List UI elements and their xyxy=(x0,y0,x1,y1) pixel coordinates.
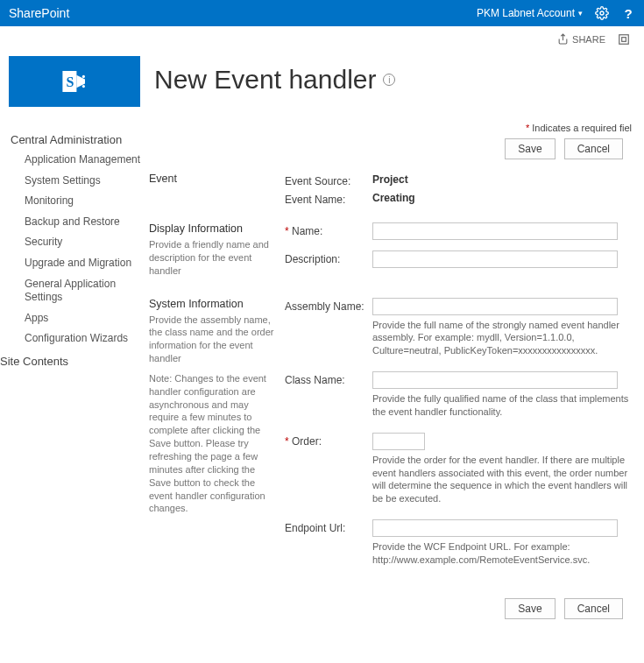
class-input[interactable] xyxy=(372,371,618,389)
nav-item-security[interactable]: Security xyxy=(11,232,149,253)
event-source-label: Event Source: xyxy=(285,173,372,187)
assembly-label: Assembly Name: xyxy=(285,298,372,313)
nav-item-apps[interactable]: Apps xyxy=(11,308,149,329)
gear-icon[interactable] xyxy=(595,6,609,20)
endpoint-label: Endpoint Url: xyxy=(285,519,372,534)
chevron-down-icon: ▾ xyxy=(578,9,583,18)
help-icon[interactable]: ? xyxy=(621,6,635,20)
nav-item-monitoring[interactable]: Monitoring xyxy=(11,191,149,212)
main-content: * Indicates a required fiel Save Cancel … xyxy=(149,123,639,658)
cancel-button-top[interactable]: Cancel xyxy=(564,138,623,159)
event-source-value: Project xyxy=(372,173,408,186)
section-system-desc2: Note: Changes to the event handler confi… xyxy=(149,372,276,515)
share-button[interactable]: SHARE xyxy=(557,33,605,45)
description-input[interactable] xyxy=(372,250,618,268)
event-name-value: Creating xyxy=(372,192,415,204)
class-hint: Provide the fully qualified name of the … xyxy=(372,392,632,419)
nav-item-upgrade-migration[interactable]: Upgrade and Migration xyxy=(11,253,149,274)
section-system: System Information Provide the assembly … xyxy=(149,297,632,593)
order-hint: Provide the order for the event handler.… xyxy=(372,454,632,505)
left-nav: Central Administration Application Manag… xyxy=(0,123,149,658)
focus-button[interactable] xyxy=(618,33,630,46)
order-input[interactable] xyxy=(372,433,425,450)
save-button-bottom[interactable]: Save xyxy=(505,598,555,619)
section-display-desc: Provide a friendly name and description … xyxy=(149,238,276,278)
section-system-desc1: Provide the assembly name, the class nam… xyxy=(149,314,276,365)
ribbon: SHARE xyxy=(0,26,644,53)
section-event: Event Event Source: Project Event Name: … xyxy=(149,172,632,222)
required-star-icon: * xyxy=(526,123,529,133)
assembly-input[interactable] xyxy=(372,298,618,315)
svg-rect-3 xyxy=(622,37,626,41)
account-menu[interactable]: PKM Labnet Account ▾ xyxy=(477,7,583,19)
event-name-label: Event Name: xyxy=(285,191,372,206)
suite-bar: SharePoint PKM Labnet Account ▾ ? xyxy=(0,0,644,26)
share-icon xyxy=(557,33,569,45)
nav-item-general-app-settings[interactable]: General Application Settings xyxy=(11,274,149,308)
required-star-icon: * xyxy=(285,435,289,448)
cancel-button-bottom[interactable]: Cancel xyxy=(564,598,623,619)
section-display-title: Display Information xyxy=(149,222,276,235)
name-input[interactable] xyxy=(372,222,618,240)
nav-header-central-admin[interactable]: Central Administration xyxy=(11,133,149,146)
section-display: Display Information Provide a friendly n… xyxy=(149,222,632,297)
svg-point-0 xyxy=(600,11,604,15)
nav-item-backup-restore[interactable]: Backup and Restore xyxy=(11,212,149,233)
order-label: * Order: xyxy=(285,433,372,448)
endpoint-input[interactable] xyxy=(372,519,618,537)
focus-icon xyxy=(618,33,630,46)
endpoint-hint: Provide the WCF Endpoint URL. For exampl… xyxy=(372,540,632,567)
class-label: Class Name: xyxy=(285,371,372,386)
nav-item-system-settings[interactable]: System Settings xyxy=(11,171,149,192)
section-event-title: Event xyxy=(149,173,276,185)
account-label: PKM Labnet Account xyxy=(477,7,575,19)
nav-item-app-mgmt[interactable]: Application Management xyxy=(11,150,149,171)
nav-site-contents[interactable]: Site Contents xyxy=(0,355,149,368)
brand: SharePoint xyxy=(9,6,69,20)
name-label: * Name: xyxy=(285,222,372,237)
nav-item-config-wizards[interactable]: Configuration Wizards xyxy=(11,328,149,349)
section-system-title: System Information xyxy=(149,298,276,310)
share-label: SHARE xyxy=(572,34,605,45)
required-note: * Indicates a required fiel xyxy=(149,123,632,133)
assembly-hint: Provide the full name of the strongly na… xyxy=(372,319,632,358)
required-star-icon: * xyxy=(285,225,289,237)
svg-rect-2 xyxy=(619,34,629,44)
required-note-text: Indicates a required fiel xyxy=(532,123,632,133)
save-button-top[interactable]: Save xyxy=(505,138,555,159)
description-label: Description: xyxy=(285,250,372,265)
